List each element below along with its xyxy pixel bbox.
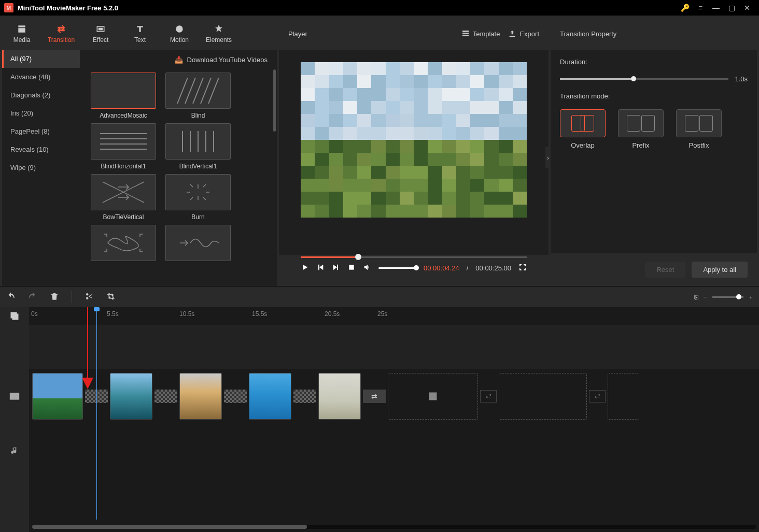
drop-zone[interactable] <box>388 373 478 420</box>
apply-all-button[interactable]: Apply to all <box>692 262 748 278</box>
duration-slider[interactable] <box>560 78 728 80</box>
category-reveals[interactable]: Reveals (10) <box>2 140 80 159</box>
play-button[interactable] <box>301 263 309 273</box>
clip[interactable] <box>318 373 361 420</box>
transition-blindvertical1[interactable]: BlindVertical1 <box>162 123 234 170</box>
player-title: Player <box>288 30 307 38</box>
export-button[interactable]: Export <box>508 30 539 38</box>
category-all[interactable]: All (97) <box>2 50 80 68</box>
redo-button[interactable] <box>28 292 37 303</box>
template-button[interactable]: Template <box>461 30 500 38</box>
zoom-in-button[interactable]: + <box>749 293 753 301</box>
zoom-out-button[interactable]: − <box>704 293 708 301</box>
transition-label: Blind <box>191 112 205 119</box>
property-panel: › Transition Property Duration: 1.0s Tra… <box>551 18 757 286</box>
undo-button[interactable] <box>6 292 16 303</box>
overlay-track[interactable] <box>29 325 759 369</box>
video-track-icon <box>0 369 29 423</box>
clip[interactable] <box>249 373 291 420</box>
category-diagonals[interactable]: Diagonals (2) <box>2 86 80 104</box>
transition-item[interactable] <box>87 225 160 261</box>
volume-icon[interactable] <box>363 263 371 273</box>
crop-button[interactable] <box>106 292 116 303</box>
mode-postfix[interactable]: Postfix <box>676 109 722 149</box>
drop-zone[interactable] <box>608 373 639 420</box>
svg-line-25 <box>203 197 206 200</box>
split-button[interactable] <box>85 292 94 303</box>
playhead[interactable] <box>96 307 97 520</box>
seek-bar[interactable] <box>301 255 527 259</box>
tab-elements[interactable]: Elements <box>199 18 238 50</box>
clip[interactable] <box>32 373 83 420</box>
download-icon[interactable]: 📥 <box>175 56 183 64</box>
drop-zone[interactable] <box>499 373 587 420</box>
close-button[interactable]: ✕ <box>739 4 755 12</box>
collapse-panel-button[interactable]: › <box>545 147 551 168</box>
audio-track[interactable] <box>29 423 759 465</box>
menu-icon[interactable]: ≡ <box>693 4 708 12</box>
transition-slot[interactable] <box>293 390 316 403</box>
svg-line-22 <box>190 184 193 187</box>
preview-area <box>279 50 549 255</box>
clip[interactable] <box>110 373 152 420</box>
category-iris[interactable]: Iris (20) <box>2 104 80 122</box>
mode-overlap[interactable]: Overlap <box>560 109 606 149</box>
fit-button[interactable]: ⎘ <box>694 293 698 301</box>
transition-burn[interactable]: Burn <box>162 174 234 221</box>
export-label: Export <box>519 30 539 38</box>
transition-blind[interactable]: Blind <box>162 73 234 119</box>
ruler-mark: 25s <box>377 310 387 318</box>
svg-rect-0 <box>99 28 103 31</box>
volume-slider[interactable] <box>378 267 416 269</box>
zoom-slider[interactable] <box>712 296 743 298</box>
fullscreen-button[interactable] <box>518 263 527 273</box>
reset-button[interactable]: Reset <box>645 262 685 278</box>
transition-slot[interactable]: ⇄ <box>589 390 606 402</box>
total-time: 00:00:25.00 <box>475 264 511 272</box>
key-icon[interactable]: 🔑 <box>677 4 693 12</box>
clip[interactable] <box>179 373 222 420</box>
maximize-button[interactable]: ▢ <box>724 4 739 12</box>
tab-text-label: Text <box>134 36 146 44</box>
ruler-mark: 10.5s <box>179 310 194 318</box>
delete-button[interactable] <box>50 292 59 303</box>
category-wipe[interactable]: Wipe (9) <box>2 159 80 177</box>
transition-label: BlindHorizontal1 <box>101 163 146 170</box>
transition-slot[interactable] <box>224 390 247 403</box>
minimize-button[interactable]: — <box>708 4 724 12</box>
transition-label: BlindVertical1 <box>179 163 217 170</box>
download-youtube-link[interactable]: Download YouTube Videos <box>187 56 268 64</box>
add-track-button[interactable] <box>0 307 29 325</box>
tab-effect[interactable]: Effect <box>81 18 120 50</box>
next-button[interactable] <box>332 263 340 273</box>
timeline-scrollbar[interactable] <box>32 525 756 529</box>
tab-media[interactable]: Media <box>2 18 41 50</box>
video-track[interactable]: ⇄ ⇄ ⇄ <box>29 369 759 423</box>
tab-text[interactable]: Text <box>120 18 160 50</box>
timeline-toolbar: ⎘ − + <box>0 286 759 307</box>
tab-motion[interactable]: Motion <box>160 18 199 50</box>
time-sep: / <box>467 264 469 272</box>
category-pagepeel[interactable]: PagePeel (8) <box>2 122 80 140</box>
mode-overlap-label: Overlap <box>571 141 595 149</box>
category-advance[interactable]: Advance (48) <box>2 68 80 86</box>
mode-prefix-label: Prefix <box>632 141 649 149</box>
transition-bowtievertical[interactable]: BowTieVertical <box>87 174 160 221</box>
transition-blindhorizontal1[interactable]: BlindHorizontal1 <box>87 123 160 170</box>
transition-item[interactable] <box>162 225 234 261</box>
transition-slot[interactable]: ⇄ <box>363 390 386 403</box>
stop-button[interactable] <box>347 263 356 273</box>
property-title: Transition Property <box>551 18 757 50</box>
audio-track-icon <box>0 423 29 478</box>
transition-label: Burn <box>191 213 204 221</box>
timeline-ruler[interactable]: 0s 5.5s 10.5s 15.5s 20.5s 25s <box>29 307 759 325</box>
transition-grid: AdvancedMosaic Blind BlindHorizontal1 Bl… <box>80 69 277 286</box>
transition-slot[interactable] <box>154 390 177 403</box>
transition-slot[interactable]: ⇄ <box>480 390 497 402</box>
mode-prefix[interactable]: Prefix <box>618 109 664 149</box>
svg-line-23 <box>203 184 206 187</box>
transition-advancedmosaic[interactable]: AdvancedMosaic <box>87 73 160 119</box>
prev-button[interactable] <box>316 263 325 273</box>
library-panel: Media Transition Effect Text Motion Elem… <box>2 18 277 286</box>
tab-transition[interactable]: Transition <box>41 18 81 50</box>
